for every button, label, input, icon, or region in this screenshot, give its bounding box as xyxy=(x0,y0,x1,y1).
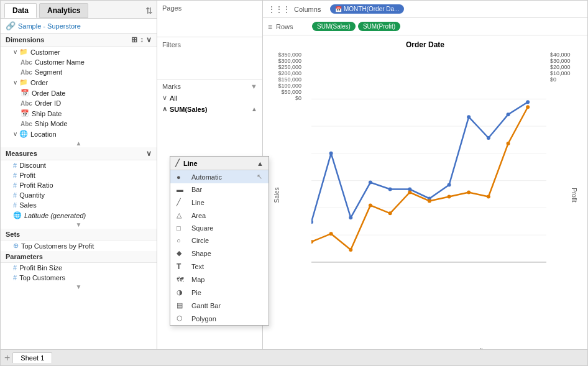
data-analytics-tabs: Data Analytics ⇅ xyxy=(1,1,157,19)
order-date-item[interactable]: 📅 Order Date xyxy=(1,88,157,98)
location-item[interactable]: ∨ 🌐 Location xyxy=(1,129,157,139)
order-folder[interactable]: ∨ 📁 Order xyxy=(1,77,157,88)
main-layout: Data Analytics ⇅ 🔗 Sample - Superstore D… xyxy=(1,1,587,349)
x-label-oct: October xyxy=(498,341,505,349)
rows-pill-profit[interactable]: SUM(Profit) xyxy=(358,22,400,31)
dropdown-close-arrow[interactable]: ▲ xyxy=(257,160,264,167)
sort-icon[interactable]: ↕ xyxy=(140,35,144,44)
profit-ratio-item[interactable]: # Profit Ratio xyxy=(1,180,157,190)
circle-icon: ○ xyxy=(177,237,186,244)
sales-dot-oct xyxy=(487,136,490,140)
right-panel: ⋮⋮⋮ Columns 📅 MONTH(Order Da... ≡ Rows S… xyxy=(263,1,587,349)
globe-icon: 🌐 xyxy=(13,211,22,219)
analytics-tab[interactable]: Analytics xyxy=(39,3,88,18)
y-axis-profit-label: Profit xyxy=(571,188,577,202)
scroll-down3[interactable]: ▼ xyxy=(1,283,157,291)
hash-icon7: # xyxy=(13,274,17,281)
dropdown-pie[interactable]: ◑ Pie xyxy=(170,286,269,299)
top-customers-label: Top Customers by Profit xyxy=(21,242,94,250)
scroll-down2[interactable]: ▼ xyxy=(1,221,157,229)
customer-name-item[interactable]: Abc Customer Name xyxy=(1,57,157,67)
y-right-0: $0 xyxy=(550,76,556,83)
customer-folder[interactable]: ∨ 📁 Customer xyxy=(1,47,157,57)
dropdown-gantt[interactable]: ▤ Gantt Bar xyxy=(170,299,269,312)
discount-label: Discount xyxy=(19,162,46,169)
discount-item[interactable]: # Discount xyxy=(1,160,157,170)
new-sheet-button[interactable]: + xyxy=(4,352,10,364)
dropdown-circle[interactable]: ○ Circle xyxy=(170,234,269,247)
bar-icon: ▬ xyxy=(177,186,186,193)
segment-item[interactable]: Abc Segment xyxy=(1,67,157,77)
panel-arrow[interactable]: ⇅ xyxy=(145,6,153,16)
profit-line xyxy=(311,107,528,250)
dropdown-shape[interactable]: ◆ Shape xyxy=(170,247,269,260)
location-arrow: ∨ xyxy=(13,130,17,137)
profit-dot-dec xyxy=(526,105,530,109)
dropdown-automatic[interactable]: ● Automatic ↖ xyxy=(170,170,269,183)
sum-sales-label: SUM(Sales) xyxy=(170,106,208,113)
dropdown-polygon[interactable]: ⬡ Polygon xyxy=(170,312,269,325)
dropdown-map[interactable]: 🗺 Map xyxy=(170,273,269,286)
quantity-item[interactable]: # Quantity xyxy=(1,190,157,200)
map-icon: 🗺 xyxy=(177,276,186,283)
marks-type-dropdown: ╱ Line ▲ ● Automatic ↖ ▬ Bar ╱ Line xyxy=(170,156,269,326)
sales-dot-dec xyxy=(526,100,530,104)
expand-icon[interactable]: ∨ xyxy=(146,35,152,44)
gantt-label: Gantt Bar xyxy=(191,302,221,309)
rows-icon: ≡ xyxy=(268,22,272,31)
datasource-label: Sample - Superstore xyxy=(18,22,81,30)
dropdown-square[interactable]: □ Square xyxy=(170,222,269,234)
dropdown-text[interactable]: T Text xyxy=(170,260,269,273)
map-label: Map xyxy=(191,276,204,283)
x-label-feb: February xyxy=(332,341,338,349)
ship-mode-item[interactable]: Abc Ship Mode xyxy=(1,119,157,129)
x-label-jun: June xyxy=(415,341,421,349)
profit-dot-apr xyxy=(369,203,372,207)
columns-shelf: ⋮⋮⋮ Columns 📅 MONTH(Order Da... xyxy=(263,1,587,18)
ship-date-item[interactable]: 📅 Ship Date xyxy=(1,108,157,119)
sum-sales-expand[interactable]: ▲ xyxy=(251,106,257,112)
grid-icon[interactable]: ⊞ xyxy=(131,35,137,44)
quantity-label: Quantity xyxy=(19,191,45,199)
profit-bin-item[interactable]: # Profit Bin Size xyxy=(1,263,157,273)
dropdown-line[interactable]: ╱ Line xyxy=(170,196,269,209)
dropdown-header: ╱ Line ▲ xyxy=(170,157,269,170)
y-axis-left: $350,000 $300,000 $250,000 $200,000 $150… xyxy=(268,52,305,139)
automatic-icon: ● xyxy=(177,173,186,181)
sheet1-tab[interactable]: Sheet 1 xyxy=(12,352,52,363)
top-customers-param[interactable]: # Top Customers xyxy=(1,273,157,283)
x-label-may: May xyxy=(395,341,401,349)
order-id-item[interactable]: Abc Order ID xyxy=(1,98,157,108)
location-label: Location xyxy=(30,130,57,138)
y-tick-250: $250,000 xyxy=(278,64,301,70)
scroll-up[interactable]: ▲ xyxy=(1,139,157,147)
marks-dropdown-arrow[interactable]: ▼ xyxy=(250,83,257,90)
latitude-item[interactable]: 🌐 Latitude (generated) xyxy=(1,210,157,221)
y-right-20k: $20,000 xyxy=(550,64,571,70)
calendar-pill-icon: 📅 xyxy=(335,6,342,12)
dropdown-area[interactable]: △ Area xyxy=(170,209,269,222)
gantt-icon: ▤ xyxy=(177,301,186,309)
sales-item[interactable]: # Sales xyxy=(1,200,157,210)
filters-label: Filters xyxy=(162,41,257,48)
line-icon: ╱ xyxy=(177,198,186,206)
data-tab[interactable]: Data xyxy=(4,3,37,18)
marks-all-row: ∨ All xyxy=(162,93,257,103)
datasource-row[interactable]: 🔗 Sample - Superstore xyxy=(1,19,157,34)
columns-pill[interactable]: 📅 MONTH(Order Da... xyxy=(330,4,404,14)
measures-expand[interactable]: ∨ xyxy=(146,149,152,158)
abc-icon4: Abc xyxy=(21,121,32,127)
profit-dot-jul xyxy=(428,199,431,203)
chart-svg xyxy=(311,52,546,338)
x-label-aug: August xyxy=(457,341,463,349)
dropdown-bar[interactable]: ▬ Bar xyxy=(170,183,269,196)
cursor-indicator: ↖ xyxy=(257,173,262,181)
rows-pill-sales[interactable]: SUM(Sales) xyxy=(312,22,356,31)
sets-header: Sets xyxy=(1,229,157,240)
sum-sales-row[interactable]: ∧ SUM(Sales) ▲ xyxy=(162,103,257,115)
top-customers-set[interactable]: ⊕ Top Customers by Profit xyxy=(1,240,157,251)
profit-ratio-label: Profit Ratio xyxy=(19,181,53,189)
profit-item[interactable]: # Profit xyxy=(1,170,157,180)
columns-icon: ⋮⋮⋮ xyxy=(268,5,290,14)
chart-area: Order Date Sales $350,000 $300,000 $250,… xyxy=(263,35,587,349)
